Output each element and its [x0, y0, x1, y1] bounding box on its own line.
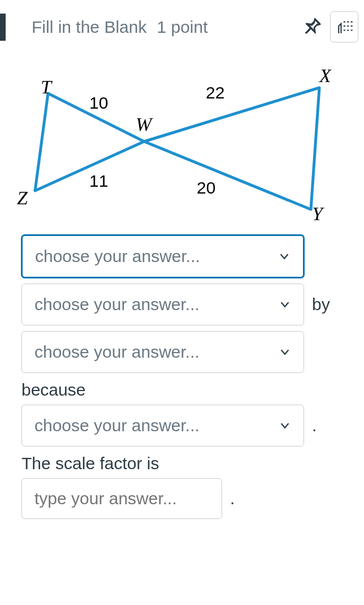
question-type-label: Fill in the Blank — [32, 18, 146, 37]
triangles-figure — [17, 65, 333, 224]
answer-select-2[interactable]: choose your answer... — [21, 284, 304, 325]
question-header: Fill in the Blank 1 point — [0, 0, 364, 54]
period-text: . — [312, 416, 317, 435]
select-placeholder: choose your answer... — [34, 294, 200, 315]
side-20-label: 20 — [197, 178, 215, 198]
section-indicator-bar — [0, 14, 6, 41]
answer-select-1[interactable]: choose your answer... — [21, 235, 304, 278]
question-points-label: 1 point — [157, 18, 207, 37]
side-22-label: 22 — [206, 83, 224, 102]
select-placeholder: choose your answer... — [35, 246, 200, 267]
header-actions — [303, 11, 358, 42]
chevron-down-icon — [279, 346, 291, 358]
chevron-down-icon — [278, 250, 291, 263]
pin-icon[interactable] — [303, 16, 322, 38]
side-10-label: 10 — [89, 93, 108, 113]
rubric-button[interactable] — [330, 11, 358, 42]
chevron-down-icon — [279, 298, 291, 311]
answer-select-3[interactable]: choose your answer... — [21, 331, 304, 373]
select-placeholder: choose your answer... — [34, 342, 200, 362]
rubric-icon — [336, 16, 356, 37]
side-11-label: 11 — [89, 171, 108, 191]
question-diagram: T Z W X Y 10 11 22 20 — [0, 54, 364, 229]
scale-factor-input[interactable] — [21, 478, 222, 519]
vertex-T-label: T — [41, 76, 51, 98]
vertex-X-label: X — [319, 65, 331, 87]
vertex-Z-label: Z — [17, 187, 28, 209]
answer-area: choose your answer... choose your answer… — [0, 235, 364, 519]
answer-select-4[interactable]: choose your answer... — [21, 405, 304, 447]
because-text: because — [21, 376, 343, 404]
chevron-down-icon — [279, 419, 291, 432]
vertex-W-label: W — [136, 114, 151, 135]
scale-factor-text: The scale factor is — [21, 450, 343, 477]
by-text: by — [312, 295, 330, 314]
period-text-2: . — [230, 489, 235, 508]
vertex-Y-label: Y — [312, 203, 323, 225]
select-placeholder: choose your answer... — [34, 415, 200, 436]
